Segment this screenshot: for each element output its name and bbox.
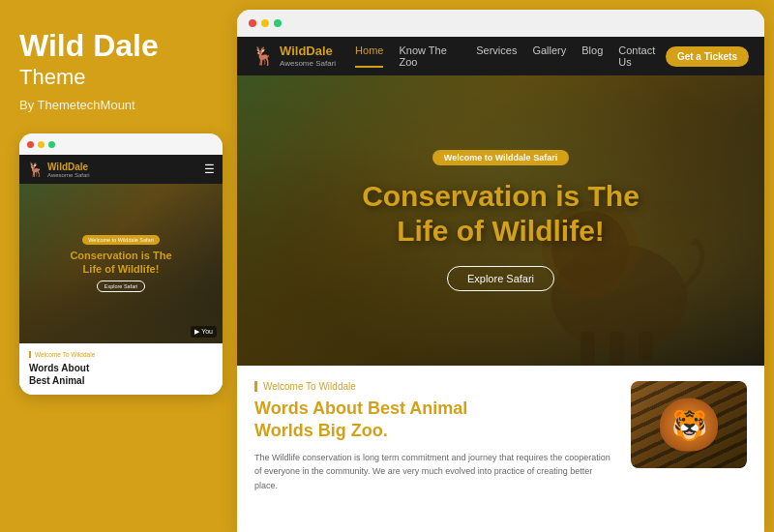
svg-rect-4	[610, 332, 624, 366]
nav-link-know-zoo[interactable]: Know The Zoo	[399, 44, 461, 68]
site-section-title: Words About Best Animal Worlds Big Zoo.	[254, 398, 617, 443]
mobile-dot-red	[27, 141, 34, 148]
mobile-hero-title: Conservation is The Life of Wildlife!	[70, 249, 171, 277]
site-welcome-label: Welcome To Wilddale	[254, 381, 617, 392]
site-content-left: Welcome To Wilddale Words About Best Ani…	[254, 381, 617, 517]
mobile-dot-yellow	[38, 141, 45, 148]
theme-title: Wild Dale	[19, 29, 218, 63]
site-nav: 🦌 WildDale Awesome Safari Home Know The …	[237, 37, 764, 75]
nav-link-contact[interactable]: Contact Us	[618, 44, 666, 68]
browser-dot-green	[274, 19, 282, 27]
mobile-hero: Welcome to Wilddale Safari Conservation …	[19, 184, 223, 343]
mobile-welcome-badge: Welcome to Wilddale Safari	[82, 235, 159, 245]
right-panel: 🦌 WildDale Awesome Safari Home Know The …	[237, 10, 764, 532]
nav-link-services[interactable]: Services	[476, 44, 517, 68]
site-logo-sub: Awesome Safari	[280, 59, 336, 68]
site-hero: Welcome to Wilddale Safari Conservation …	[237, 75, 764, 366]
site-logo: 🦌 WildDale Awesome Safari	[253, 44, 336, 67]
theme-author: By ThemetechMount	[19, 98, 218, 112]
site-logo-icon: 🦌	[253, 45, 274, 67]
nav-link-blog[interactable]: Blog	[581, 44, 603, 68]
hero-welcome-badge: Welcome to Wilddale Safari	[432, 150, 569, 165]
mobile-logo-text: WildDale	[47, 162, 90, 172]
site-content-right: 🐯	[631, 381, 747, 517]
mobile-logo-icon: 🦌	[27, 162, 44, 177]
nav-link-gallery[interactable]: Gallery	[532, 44, 566, 68]
site-nav-links: Home Know The Zoo Services Gallery Blog …	[355, 44, 666, 68]
mobile-mockup: 🦌 WildDale Awesome Safari ☰ Welcome to W…	[19, 133, 223, 395]
browser-dot-yellow	[261, 19, 269, 27]
browser-dot-red	[249, 19, 256, 27]
mobile-logo: 🦌 WildDale Awesome Safari	[27, 162, 90, 178]
mobile-section-title: Words About Best Animal	[29, 362, 213, 387]
mobile-dot-green	[48, 141, 55, 148]
hero-explore-button[interactable]: Explore Safari	[447, 266, 554, 291]
get-tickets-button[interactable]: Get a Tickets	[666, 46, 749, 67]
mobile-youtube-label: ▶ You	[191, 326, 217, 338]
site-logo-text: WildDale	[280, 44, 336, 58]
site-section-desc: The Wildlife conservation is long term c…	[254, 451, 617, 492]
mobile-explore-button[interactable]: Explore Safari	[97, 281, 146, 292]
hero-main-title: Conservation is The Life of Wildlife!	[362, 179, 640, 249]
mobile-nav: 🦌 WildDale Awesome Safari ☰	[19, 155, 223, 184]
theme-subtitle: Theme	[19, 65, 218, 90]
mobile-welcome-section: Welcome To Wilddale	[29, 351, 213, 358]
mobile-hamburger-icon[interactable]: ☰	[204, 163, 215, 176]
mobile-logo-sub: Awesome Safari	[47, 172, 90, 178]
nav-link-home[interactable]: Home	[355, 44, 383, 68]
browser-chrome	[237, 10, 764, 37]
site-content: Welcome To Wilddale Words About Best Ani…	[237, 366, 764, 532]
tiger-image: 🐯	[631, 381, 747, 468]
svg-rect-5	[639, 332, 653, 361]
tiger-face: 🐯	[660, 399, 718, 452]
svg-rect-3	[580, 332, 595, 366]
mobile-browser-bar	[19, 133, 223, 155]
mobile-content: Welcome To Wilddale Words About Best Ani…	[19, 343, 223, 395]
left-panel: Wild Dale Theme By ThemetechMount 🦌 Wild…	[0, 0, 237, 532]
